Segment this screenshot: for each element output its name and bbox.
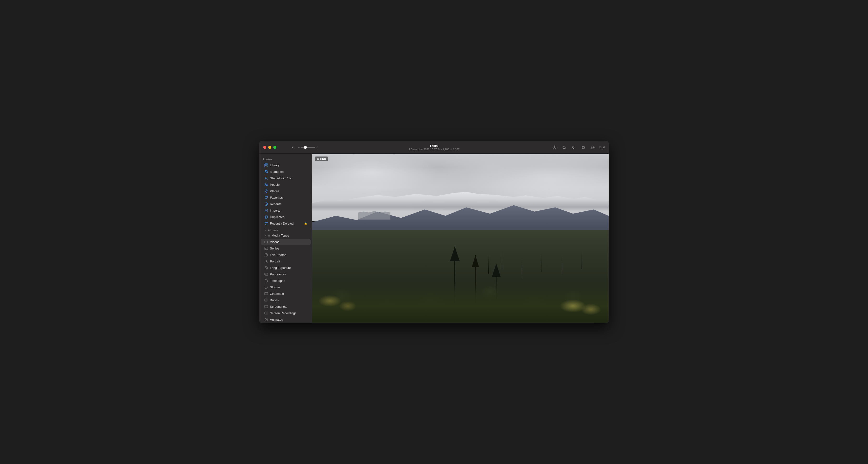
zoom-slider[interactable] [301,147,315,148]
maximize-button[interactable] [273,146,276,149]
svg-rect-2 [582,146,584,149]
sidebar-item-duplicates[interactable]: Duplicates [261,214,311,220]
app-window: ‹ − + Tbilisi 4 December 2022 16:57:54 ·… [259,141,609,323]
svg-point-21 [266,254,267,255]
svg-point-19 [266,248,267,249]
places-label: Places [270,189,279,193]
svg-rect-6 [266,165,267,166]
cinematic-icon [264,292,268,295]
sidebar-item-screenshots[interactable]: Screenshots [261,303,311,310]
animated-label: Animated [270,318,283,321]
sidebar-item-live-photos[interactable]: Live Photos [261,252,311,258]
media-types-header[interactable]: ▼ ▤ Media Types [261,232,311,238]
sidebar-item-videos[interactable]: Videos [261,239,311,245]
recents-icon [264,202,268,206]
slomo-label: Slo-mo [270,285,280,289]
svg-rect-25 [265,273,268,276]
favorites-icon [264,196,268,199]
media-types-icon: ▤ [268,234,270,237]
svg-point-24 [266,267,267,268]
live-photos-label: Live Photos [270,253,286,257]
sidebar-item-imports[interactable]: Imports [261,207,311,213]
places-icon [264,189,268,193]
bursts-icon [264,298,268,302]
svg-rect-16 [266,216,268,218]
sidebar-item-portrait[interactable]: Portrait [261,258,311,264]
back-button[interactable]: ‹ [291,144,295,150]
sidebar-item-bursts[interactable]: Bursts [261,297,311,303]
sidebar-item-library[interactable]: Library [261,162,311,168]
sidebar-item-places[interactable]: Places [261,188,311,194]
sidebar-item-long-exposure[interactable]: Long Exposure [261,265,311,271]
duplicates-icon [264,215,268,219]
selfies-icon [264,246,268,250]
landscape-image [312,154,609,323]
people-icon [264,183,268,186]
sidebar-item-favorites[interactable]: Favorites [261,194,311,201]
photo-display [312,154,609,323]
slomo-icon [264,285,268,289]
close-button[interactable] [263,146,266,149]
copy-button[interactable] [580,145,586,150]
sidebar-item-recently-deleted[interactable]: Recently Deleted 🔒 [261,220,311,227]
imports-label: Imports [270,209,280,212]
albums-section-header[interactable]: ▼ Albums [261,227,311,232]
sidebar-item-people[interactable]: People [261,181,311,188]
live-photos-icon [264,253,268,257]
media-types-chevron: ▼ [264,234,266,237]
cinematic-label: Cinematic [270,292,284,295]
sidebar-item-shared-with-you[interactable]: Shared with You [261,175,311,181]
minimize-button[interactable] [268,146,271,149]
svg-point-7 [265,170,268,173]
portrait-label: Portrait [270,260,280,263]
sidebar-item-timelapse[interactable]: Time-lapse [261,278,311,284]
screen-recordings-label: Screen Recordings [270,311,297,315]
albums-section-label: Albums [268,229,278,232]
library-icon [264,163,268,167]
bursts-label: Bursts [270,298,279,302]
zoom-minus-label: − [298,146,300,149]
library-label: Library [270,164,280,167]
long-exposure-label: Long Exposure [270,266,291,270]
sidebar-item-slomo[interactable]: Slo-mo [261,284,311,290]
sidebar-item-selfies[interactable]: Selfies [261,245,311,252]
titlebar: ‹ − + Tbilisi 4 December 2022 16:57:54 ·… [259,141,609,154]
memories-label: Memories [270,170,284,174]
videos-icon [264,240,268,244]
sidebar-item-animated[interactable]: Animated [261,316,311,323]
hdr-badge: ▤ HDR [315,156,328,161]
sidebar: Photos Library [259,154,312,323]
favorite-button[interactable] [571,145,577,150]
zoom-plus-label: + [316,146,318,149]
photo-title: Tbilisi [409,144,460,148]
main-content: ▤ HDR [312,154,609,323]
recents-label: Recents [270,202,281,206]
share-button[interactable] [561,145,567,150]
svg-rect-4 [265,164,268,167]
sidebar-item-panoramas[interactable]: Panoramas [261,271,311,277]
sidebar-item-recents[interactable]: Recents [261,201,311,207]
enhance-button[interactable] [590,145,596,150]
svg-rect-30 [265,294,268,295]
svg-rect-33 [265,305,268,308]
sidebar-item-screen-recordings[interactable]: Screen Recordings [261,310,311,316]
traffic-lights [259,146,276,149]
hdr-icon: ▤ [317,157,319,160]
screen-recordings-icon [264,311,268,315]
svg-point-27 [265,286,268,289]
sidebar-item-memories[interactable]: Memories [261,169,311,175]
svg-rect-5 [265,165,266,166]
svg-point-10 [265,183,266,184]
yellow-brush-left [312,281,371,314]
screenshots-label: Screenshots [270,305,287,309]
portrait-icon [264,259,268,263]
favorites-label: Favorites [270,196,283,199]
sidebar-item-cinematic[interactable]: Cinematic [261,290,311,297]
duplicates-label: Duplicates [270,215,284,219]
people-label: People [270,183,280,186]
svg-rect-15 [265,216,267,218]
svg-text:i: i [554,146,555,149]
edit-button[interactable]: Edit [599,145,605,149]
info-button[interactable]: i [552,145,557,150]
animated-icon [264,318,268,321]
